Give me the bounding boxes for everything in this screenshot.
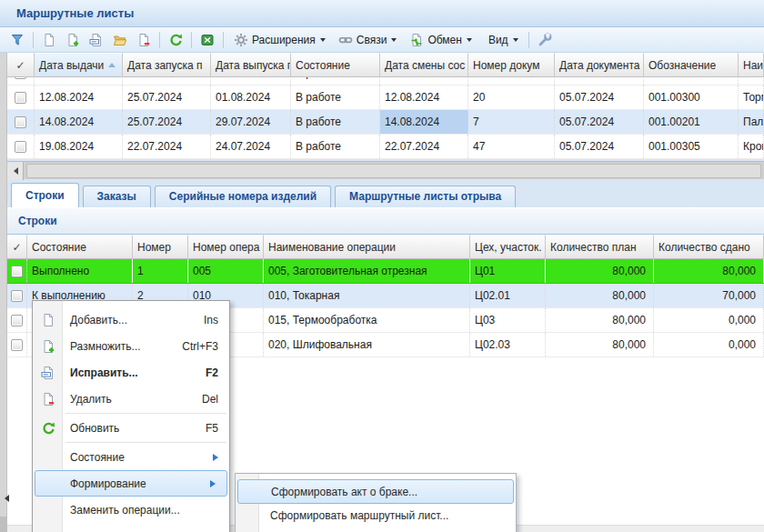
column-header[interactable]: Количество план <box>546 235 654 259</box>
row-checkbox[interactable] <box>15 141 26 153</box>
column-header[interactable]: Номер докум <box>468 53 555 77</box>
links-menu[interactable]: Связи <box>332 29 404 51</box>
row-checkbox-cell <box>7 284 27 307</box>
tab-label: Строки <box>25 189 65 202</box>
column-header[interactable]: Дата документа <box>555 53 644 77</box>
tab-серийные-номера-изделий[interactable]: Серийные номера изделий <box>155 186 331 207</box>
submenu-form-route-sheet[interactable]: Сформировать маршрутный лист... <box>236 504 516 528</box>
column-header[interactable]: Наим <box>739 53 764 77</box>
scrollbar-thumb[interactable] <box>26 164 761 178</box>
row-checkbox[interactable] <box>11 290 23 302</box>
menu-replace-operations[interactable]: Заменить операции... <box>33 497 229 523</box>
column-header[interactable]: Дата выдачи <box>35 53 123 77</box>
cell: 80,000 <box>654 259 764 283</box>
column-header[interactable]: Номер <box>133 235 188 259</box>
menu-delete[interactable]: УдалитьDel <box>33 386 229 412</box>
open-button[interactable] <box>108 29 132 51</box>
menu-refresh[interactable]: ОбновитьF5 <box>33 415 229 441</box>
select-all-header[interactable]: ✓ <box>7 53 35 77</box>
table-row[interactable]: 14.08.202425.07.202429.07.2024В работе14… <box>7 110 764 135</box>
window-title: Маршрутные листы <box>16 6 134 20</box>
excel-export-button[interactable] <box>196 29 219 51</box>
column-header-label: Дата смены сос <box>385 59 465 72</box>
menu-item-label: Размножить... <box>64 340 182 353</box>
table-row[interactable]: 12.08.202425.07.202401.08.2024В работе12… <box>7 85 764 110</box>
sort-ascending-icon <box>108 59 116 67</box>
menu-add[interactable]: Добавить...Ins <box>33 306 229 333</box>
column-header[interactable]: Цех, участок. <box>470 235 546 259</box>
row-checkbox[interactable] <box>11 339 23 351</box>
cell: 05.07.2024 <box>555 77 644 85</box>
cell: 12.08.2024 <box>35 85 123 109</box>
edit-doc-icon <box>33 366 64 380</box>
edit-button[interactable] <box>85 29 108 51</box>
cell: 015, Термообработка <box>264 308 470 332</box>
left-panel-splitter[interactable] <box>0 53 7 532</box>
row-checkbox[interactable] <box>11 315 23 326</box>
cell: Торм <box>739 85 764 109</box>
row-checkbox-cell <box>7 110 35 134</box>
cell: 05.07.2024 <box>555 135 644 158</box>
context-menu: Добавить...InsРазмножить...Ctrl+F3Исправ… <box>32 300 230 532</box>
add-button[interactable] <box>37 29 61 51</box>
open-folder-icon <box>113 33 127 47</box>
row-checkbox[interactable] <box>15 92 26 104</box>
column-header-label: Дата документа <box>559 59 639 72</box>
lines-table-header: ✓СостояниеНомерНомер операНаименование о… <box>7 235 764 259</box>
settings-button[interactable] <box>533 29 557 51</box>
select-all-header[interactable]: ✓ <box>7 235 27 259</box>
cell: В работе <box>291 85 380 109</box>
menu-duplicate[interactable]: Размножить...Ctrl+F3 <box>33 333 229 359</box>
scroll-left-button[interactable] <box>7 162 24 180</box>
table-row[interactable]: Выполнено1005005, Заготовительная отрезн… <box>7 259 764 284</box>
column-header[interactable]: Состояние <box>291 53 380 77</box>
column-header[interactable]: Наименование операции <box>264 235 470 259</box>
submenu-form-defect-act[interactable]: Сформировать акт о браке... <box>237 479 514 504</box>
delete-doc-icon <box>33 392 64 407</box>
cell: 05.07.2024 <box>555 85 644 109</box>
forming-submenu: Сформировать акт о браке...Сформировать … <box>235 473 517 532</box>
cell: 19.08.2024 <box>35 135 123 158</box>
menu-forming[interactable]: Формирование <box>35 470 227 497</box>
cell: 25.07.2024 <box>123 85 211 109</box>
filter-button[interactable] <box>5 29 29 51</box>
column-header[interactable]: Дата запуска п <box>123 53 211 77</box>
route-sheets-table-header: ✓Дата выдачиДата запуска пДата выпуска п… <box>7 53 764 77</box>
row-checkbox[interactable] <box>15 77 26 79</box>
cell: 01.08.2024 <box>211 85 291 109</box>
filter-icon <box>10 33 25 47</box>
row-checkbox[interactable] <box>11 266 23 277</box>
cell: 00000000009 <box>644 77 739 85</box>
column-header[interactable]: Дата смены сос <box>380 53 468 77</box>
column-header[interactable]: Номер опера <box>188 235 264 259</box>
tab-заказы[interactable]: Заказы <box>83 186 151 207</box>
row-checkbox[interactable] <box>15 116 26 128</box>
duplicate-button[interactable] <box>61 29 85 51</box>
menu-state[interactable]: Состояние <box>33 444 229 470</box>
menu-edit[interactable]: Исправить...F2 <box>33 359 229 386</box>
tab-label: Маршрутные листы отрыва <box>349 190 501 203</box>
refresh-icon <box>33 421 64 436</box>
table-row[interactable]: 19.08.202422.07.202424.07.2024В работе22… <box>7 135 764 159</box>
cell: 47 <box>468 135 555 158</box>
extensions-menu-label: Расширения <box>252 34 316 46</box>
route-sheets-window: Маршрутные листы РасширенияСвязиОбменВид… <box>0 0 764 532</box>
horizontal-scrollbar[interactable] <box>7 161 764 179</box>
refresh-button[interactable] <box>164 29 187 51</box>
tab-строки[interactable]: Строки <box>11 183 79 207</box>
column-header[interactable]: Обозначение <box>644 53 739 77</box>
extensions-menu[interactable]: Расширения <box>227 29 332 51</box>
cell: 0,000 <box>654 308 764 332</box>
column-header[interactable]: Состояние <box>27 235 133 259</box>
tab-маршрутные-листы-отрыва[interactable]: Маршрутные листы отрыва <box>335 186 516 207</box>
view-menu[interactable]: Вид <box>478 29 525 51</box>
column-header-label: Обозначение <box>648 59 716 72</box>
delete-button[interactable] <box>132 29 156 51</box>
column-header[interactable]: Дата выпуска п <box>211 53 291 77</box>
table-row[interactable]: 05.08.202423.07.202424.07.2024В работе05… <box>7 77 764 85</box>
cell: 22.07.2024 <box>380 135 468 158</box>
cell: 001.00305 <box>644 135 739 158</box>
column-header[interactable]: Количество сдано <box>654 235 764 259</box>
exchange-menu[interactable]: Обмен <box>403 29 478 51</box>
row-checkbox-cell <box>7 308 27 332</box>
